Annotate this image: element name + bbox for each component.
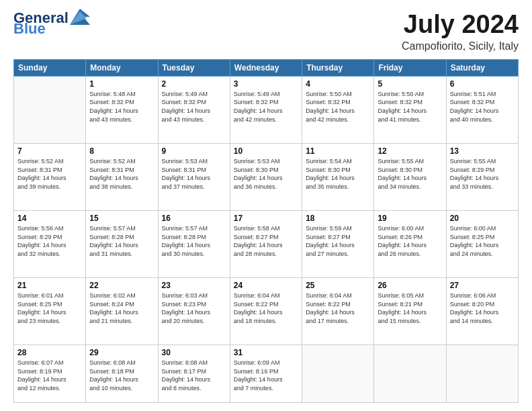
calendar-week-row: 21Sunrise: 6:01 AMSunset: 8:25 PMDayligh… bbox=[14, 278, 519, 345]
day-number: 23 bbox=[162, 281, 226, 290]
cell-info: Sunrise: 6:02 AMSunset: 8:24 PMDaylight:… bbox=[89, 291, 154, 325]
day-number: 21 bbox=[17, 281, 82, 290]
day-number: 28 bbox=[17, 348, 82, 357]
calendar-table: SundayMondayTuesdayWednesdayThursdayFrid… bbox=[13, 59, 519, 403]
cell-info: Sunrise: 5:53 AMSunset: 8:31 PMDaylight:… bbox=[162, 157, 226, 191]
calendar-cell: 14Sunrise: 5:56 AMSunset: 8:29 PMDayligh… bbox=[14, 211, 86, 278]
cell-info: Sunrise: 6:01 AMSunset: 8:25 PMDaylight:… bbox=[17, 291, 82, 325]
weekday-header-wednesday: Wednesday bbox=[230, 59, 302, 76]
calendar-cell: 20Sunrise: 6:00 AMSunset: 8:25 PMDayligh… bbox=[446, 211, 518, 278]
calendar-cell: 27Sunrise: 6:06 AMSunset: 8:20 PMDayligh… bbox=[446, 278, 518, 345]
cell-info: Sunrise: 5:57 AMSunset: 8:28 PMDaylight:… bbox=[89, 224, 154, 258]
cell-info: Sunrise: 5:50 AMSunset: 8:32 PMDaylight:… bbox=[378, 90, 442, 124]
day-number: 31 bbox=[234, 348, 298, 357]
calendar-cell: 15Sunrise: 5:57 AMSunset: 8:28 PMDayligh… bbox=[86, 211, 158, 278]
day-number: 10 bbox=[234, 146, 298, 156]
cell-info: Sunrise: 5:52 AMSunset: 8:31 PMDaylight:… bbox=[17, 157, 82, 191]
day-number: 2 bbox=[162, 79, 226, 89]
day-number: 24 bbox=[234, 281, 298, 290]
calendar-cell: 7Sunrise: 5:52 AMSunset: 8:31 PMDaylight… bbox=[14, 143, 86, 210]
calendar-cell: 10Sunrise: 5:53 AMSunset: 8:30 PMDayligh… bbox=[230, 143, 302, 210]
calendar-cell: 28Sunrise: 6:07 AMSunset: 8:19 PMDayligh… bbox=[14, 345, 86, 403]
cell-info: Sunrise: 6:04 AMSunset: 8:22 PMDaylight:… bbox=[234, 291, 298, 325]
day-number: 12 bbox=[378, 146, 442, 156]
main-title: July 2024 bbox=[402, 11, 519, 39]
day-number: 13 bbox=[450, 146, 515, 156]
day-number: 7 bbox=[17, 146, 82, 156]
calendar-week-row: 28Sunrise: 6:07 AMSunset: 8:19 PMDayligh… bbox=[14, 345, 519, 403]
calendar-week-row: 14Sunrise: 5:56 AMSunset: 8:29 PMDayligh… bbox=[14, 211, 519, 278]
day-number: 29 bbox=[89, 348, 154, 357]
calendar-cell: 1Sunrise: 5:48 AMSunset: 8:32 PMDaylight… bbox=[86, 76, 158, 143]
cell-info: Sunrise: 6:08 AMSunset: 8:17 PMDaylight:… bbox=[162, 359, 226, 392]
calendar-cell: 2Sunrise: 5:49 AMSunset: 8:32 PMDaylight… bbox=[158, 76, 230, 143]
day-number: 22 bbox=[89, 281, 154, 290]
calendar-cell: 19Sunrise: 6:00 AMSunset: 8:26 PMDayligh… bbox=[374, 211, 446, 278]
logo: General Blue bbox=[13, 11, 90, 36]
weekday-header-monday: Monday bbox=[86, 59, 158, 76]
day-number: 30 bbox=[162, 348, 226, 357]
calendar-cell: 18Sunrise: 5:59 AMSunset: 8:27 PMDayligh… bbox=[302, 211, 374, 278]
calendar-cell: 6Sunrise: 5:51 AMSunset: 8:32 PMDaylight… bbox=[446, 76, 518, 143]
weekday-header-sunday: Sunday bbox=[14, 59, 86, 76]
day-number: 6 bbox=[450, 79, 515, 89]
day-number: 15 bbox=[89, 214, 154, 223]
cell-info: Sunrise: 5:54 AMSunset: 8:30 PMDaylight:… bbox=[306, 157, 370, 191]
day-number: 26 bbox=[378, 281, 442, 290]
calendar-cell: 23Sunrise: 6:03 AMSunset: 8:23 PMDayligh… bbox=[158, 278, 230, 345]
day-number: 25 bbox=[306, 281, 370, 290]
day-number: 27 bbox=[450, 281, 515, 290]
calendar-cell: 11Sunrise: 5:54 AMSunset: 8:30 PMDayligh… bbox=[302, 143, 374, 210]
day-number: 8 bbox=[89, 146, 154, 156]
calendar-cell bbox=[374, 345, 446, 403]
calendar-cell: 22Sunrise: 6:02 AMSunset: 8:24 PMDayligh… bbox=[86, 278, 158, 345]
cell-info: Sunrise: 5:59 AMSunset: 8:27 PMDaylight:… bbox=[306, 224, 370, 258]
day-number: 14 bbox=[17, 214, 82, 223]
calendar-cell: 8Sunrise: 5:52 AMSunset: 8:31 PMDaylight… bbox=[86, 143, 158, 210]
cell-info: Sunrise: 5:52 AMSunset: 8:31 PMDaylight:… bbox=[89, 157, 154, 191]
day-number: 4 bbox=[306, 79, 370, 89]
calendar-week-row: 1Sunrise: 5:48 AMSunset: 8:32 PMDaylight… bbox=[14, 76, 519, 143]
weekday-header-row: SundayMondayTuesdayWednesdayThursdayFrid… bbox=[14, 59, 519, 76]
page: General Blue July 2024 Campofiorito, Sic… bbox=[0, 0, 532, 411]
calendar-cell: 31Sunrise: 6:09 AMSunset: 8:16 PMDayligh… bbox=[230, 345, 302, 403]
cell-info: Sunrise: 6:08 AMSunset: 8:18 PMDaylight:… bbox=[89, 359, 154, 392]
weekday-header-thursday: Thursday bbox=[302, 59, 374, 76]
calendar-cell: 21Sunrise: 6:01 AMSunset: 8:25 PMDayligh… bbox=[14, 278, 86, 345]
calendar-cell: 29Sunrise: 6:08 AMSunset: 8:18 PMDayligh… bbox=[86, 345, 158, 403]
calendar-cell: 5Sunrise: 5:50 AMSunset: 8:32 PMDaylight… bbox=[374, 76, 446, 143]
weekday-header-saturday: Saturday bbox=[446, 59, 518, 76]
calendar-cell bbox=[302, 345, 374, 403]
cell-info: Sunrise: 6:04 AMSunset: 8:22 PMDaylight:… bbox=[306, 291, 370, 325]
calendar-cell bbox=[446, 345, 518, 403]
cell-info: Sunrise: 5:53 AMSunset: 8:30 PMDaylight:… bbox=[234, 157, 298, 191]
cell-info: Sunrise: 6:09 AMSunset: 8:16 PMDaylight:… bbox=[234, 359, 298, 392]
cell-info: Sunrise: 6:07 AMSunset: 8:19 PMDaylight:… bbox=[17, 359, 82, 392]
calendar-cell: 30Sunrise: 6:08 AMSunset: 8:17 PMDayligh… bbox=[158, 345, 230, 403]
day-number: 11 bbox=[306, 146, 370, 156]
calendar-cell: 4Sunrise: 5:50 AMSunset: 8:32 PMDaylight… bbox=[302, 76, 374, 143]
day-number: 17 bbox=[234, 214, 298, 223]
title-block: July 2024 Campofiorito, Sicily, Italy bbox=[402, 11, 519, 52]
cell-info: Sunrise: 6:00 AMSunset: 8:25 PMDaylight:… bbox=[450, 224, 515, 258]
calendar-cell: 12Sunrise: 5:55 AMSunset: 8:30 PMDayligh… bbox=[374, 143, 446, 210]
cell-info: Sunrise: 6:00 AMSunset: 8:26 PMDaylight:… bbox=[378, 224, 442, 258]
calendar-week-row: 7Sunrise: 5:52 AMSunset: 8:31 PMDaylight… bbox=[14, 143, 519, 210]
cell-info: Sunrise: 5:49 AMSunset: 8:32 PMDaylight:… bbox=[234, 90, 298, 124]
day-number: 1 bbox=[89, 79, 154, 89]
calendar-cell: 16Sunrise: 5:57 AMSunset: 8:28 PMDayligh… bbox=[158, 211, 230, 278]
calendar-cell: 17Sunrise: 5:58 AMSunset: 8:27 PMDayligh… bbox=[230, 211, 302, 278]
subtitle: Campofiorito, Sicily, Italy bbox=[402, 40, 519, 52]
day-number: 18 bbox=[306, 214, 370, 223]
weekday-header-tuesday: Tuesday bbox=[158, 59, 230, 76]
calendar-cell bbox=[14, 76, 86, 143]
day-number: 3 bbox=[234, 79, 298, 89]
cell-info: Sunrise: 5:49 AMSunset: 8:32 PMDaylight:… bbox=[162, 90, 226, 124]
day-number: 16 bbox=[162, 214, 226, 223]
calendar-cell: 3Sunrise: 5:49 AMSunset: 8:32 PMDaylight… bbox=[230, 76, 302, 143]
calendar-cell: 25Sunrise: 6:04 AMSunset: 8:22 PMDayligh… bbox=[302, 278, 374, 345]
cell-info: Sunrise: 5:51 AMSunset: 8:32 PMDaylight:… bbox=[450, 90, 515, 124]
cell-info: Sunrise: 5:58 AMSunset: 8:27 PMDaylight:… bbox=[234, 224, 298, 258]
calendar-cell: 9Sunrise: 5:53 AMSunset: 8:31 PMDaylight… bbox=[158, 143, 230, 210]
cell-info: Sunrise: 5:56 AMSunset: 8:29 PMDaylight:… bbox=[17, 224, 82, 258]
